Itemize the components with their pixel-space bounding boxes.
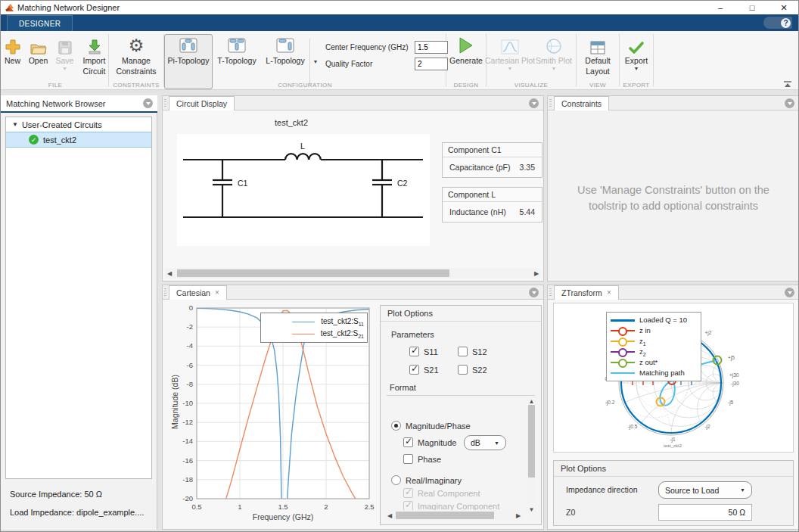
smith-legend[interactable]: Loaded Q = 10 z in z1 z2 z out* xyxy=(606,312,701,381)
export-dropdown-icon[interactable]: ▼ xyxy=(634,66,639,71)
toolstrip: New Open Save ▼ xyxy=(1,31,799,90)
s11-checkbox[interactable] xyxy=(409,347,419,356)
tab-close-icon[interactable]: × xyxy=(215,289,219,297)
panel-drag-handle[interactable] xyxy=(164,99,166,107)
save-button[interactable]: Save ▼ xyxy=(53,35,77,71)
s22-checkbox[interactable] xyxy=(458,365,468,375)
capacitance-value[interactable]: 3.35 xyxy=(520,163,535,172)
tree-group-user-created-circuits[interactable]: ▼ User-Created Circuits xyxy=(6,117,151,132)
options-hscrollbar[interactable]: ◀ ▶ xyxy=(385,510,523,521)
checkbox-phase[interactable]: Phase xyxy=(403,454,441,464)
svg-text:1.5: 1.5 xyxy=(278,502,288,511)
legend-line-s21 xyxy=(292,334,315,334)
magnitude-unit-dropdown[interactable]: dB ▼ xyxy=(464,435,506,450)
window-title: Matching Network Designer xyxy=(17,3,120,12)
smith-plot-dropdown-icon[interactable]: ▼ xyxy=(552,66,557,71)
scroll-thumb[interactable] xyxy=(396,512,494,519)
svg-text:-8: -8 xyxy=(187,380,193,388)
close-icon[interactable]: ✕ xyxy=(768,1,799,14)
circuit-schematic[interactable]: L C1 C2 xyxy=(177,134,430,246)
options-vscrollbar[interactable]: ▲ ▼ xyxy=(527,398,536,513)
generate-button[interactable]: Generate xyxy=(448,35,484,65)
legend-loaded-q: Loaded Q = 10 xyxy=(611,315,697,325)
center-frequency-input[interactable] xyxy=(415,41,448,54)
circuit-hscrollbar[interactable]: ◀ ▶ xyxy=(165,268,541,278)
ztransform-panel-menu-icon[interactable] xyxy=(785,288,794,297)
tab-designer[interactable]: DESIGNER xyxy=(7,15,73,31)
source-impedance-text: Source Impedance: 50 Ω xyxy=(10,490,102,499)
svg-text:-j30: -j30 xyxy=(731,381,739,387)
scroll-right-icon[interactable]: ▶ xyxy=(532,270,541,277)
checkbox-magnitude[interactable]: Magnitude xyxy=(403,437,456,447)
help-button[interactable]: ? xyxy=(763,17,792,29)
legend-line xyxy=(611,351,635,353)
gear-icon: ⚙ xyxy=(129,35,145,54)
radio-real-imaginary[interactable]: Real/Imaginary xyxy=(391,475,462,485)
panel-drag-handle[interactable] xyxy=(549,99,552,107)
zt-plot-options-panel: Plot Options Impedance direction Source … xyxy=(553,460,794,526)
scroll-down-icon[interactable]: ▼ xyxy=(527,506,536,513)
tab-circuit-display[interactable]: Circuit Display xyxy=(169,96,235,110)
checkbox-s11[interactable]: S11 xyxy=(409,347,438,356)
magnitude-phase-radio[interactable] xyxy=(391,421,401,431)
group-label-visualize: VISUALIZE xyxy=(487,82,576,89)
phase-checkbox[interactable] xyxy=(403,454,413,464)
scroll-thumb[interactable] xyxy=(177,269,449,277)
save-dropdown-icon[interactable]: ▼ xyxy=(62,66,67,71)
scroll-up-icon[interactable]: ▲ xyxy=(527,398,536,405)
group-design: Generate DESIGN xyxy=(446,31,486,89)
inductance-label: Inductance (nH) xyxy=(449,207,506,216)
maximize-icon[interactable]: □ xyxy=(736,1,768,14)
plot-legend[interactable]: test_ckt2:S11 test_ckt2:S21 xyxy=(260,313,368,343)
legend-line-s11 xyxy=(292,322,315,322)
l-topology-icon xyxy=(275,37,296,54)
tab-close-icon[interactable]: × xyxy=(607,289,611,297)
scroll-thumb[interactable] xyxy=(528,405,535,478)
svg-text:+j2: +j2 xyxy=(705,330,712,336)
s12-checkbox[interactable] xyxy=(458,347,468,356)
browser-panel-menu-icon[interactable] xyxy=(143,98,153,108)
import-circuit-button[interactable]: Import Circuit xyxy=(79,35,110,76)
checkbox-s21[interactable]: S21 xyxy=(409,365,439,375)
inductance-value[interactable]: 5.44 xyxy=(520,207,535,216)
default-layout-button[interactable]: Default Layout xyxy=(579,35,617,76)
open-button[interactable]: Open xyxy=(26,35,51,65)
checkbox-real-component: Real Component xyxy=(403,488,480,498)
radio-magnitude-phase[interactable]: Magnitude/Phase xyxy=(391,421,471,431)
real-imaginary-radio[interactable] xyxy=(391,475,401,485)
scroll-left-icon[interactable]: ◀ xyxy=(385,512,394,519)
scroll-left-icon[interactable]: ◀ xyxy=(165,270,174,277)
circuit-panel-menu-icon[interactable] xyxy=(529,98,539,108)
impedance-direction-dropdown[interactable]: Source to Load ▼ xyxy=(658,481,752,499)
tab-ztransform[interactable]: ZTransform × xyxy=(554,285,619,300)
smith-plot-button[interactable]: Smith Plot ▼ xyxy=(533,35,574,71)
circuit-tabbar: Circuit Display xyxy=(162,95,544,110)
svg-text:-j5: -j5 xyxy=(728,400,734,406)
component-c1-header: Component C1 xyxy=(443,143,542,157)
topology-gallery-dropdown-icon[interactable]: ▼ xyxy=(309,39,321,85)
s21-checkbox[interactable] xyxy=(409,365,419,375)
tab-constraints[interactable]: Constraints xyxy=(554,96,609,110)
quality-factor-input[interactable] xyxy=(415,58,448,70)
plot-options-title: Plot Options xyxy=(381,306,541,322)
panel-drag-handle[interactable] xyxy=(164,288,166,296)
checkbox-s12[interactable]: S12 xyxy=(458,347,487,356)
expander-icon[interactable]: ▼ xyxy=(12,121,18,128)
z0-input[interactable]: 50 Ω xyxy=(658,504,752,521)
new-button[interactable]: New xyxy=(2,35,24,65)
minimize-icon[interactable]: – xyxy=(704,1,736,14)
magnitude-checkbox[interactable] xyxy=(403,437,413,447)
scroll-right-icon[interactable]: ▶ xyxy=(514,512,523,519)
checkbox-s22[interactable]: S22 xyxy=(458,365,487,375)
collapse-toolstrip-icon[interactable] xyxy=(783,81,792,88)
manage-constraints-button[interactable]: ⚙ Manage Constraints xyxy=(111,35,161,76)
panel-drag-handle[interactable] xyxy=(549,288,552,296)
cartesian-plot-dropdown-icon[interactable]: ▼ xyxy=(508,66,513,71)
constraints-panel-menu-icon[interactable] xyxy=(785,98,794,108)
tree-item-test-ckt2[interactable]: ✓ test_ckt2 xyxy=(6,132,151,148)
cartesian-plot-button[interactable]: Cartesian Plot ▼ xyxy=(488,35,532,71)
circuit-valid-check-icon: ✓ xyxy=(29,135,39,145)
tab-cartesian[interactable]: Cartesian × xyxy=(169,285,227,300)
export-button[interactable]: Export ▼ xyxy=(621,35,651,71)
cartesian-panel-menu-icon[interactable] xyxy=(529,288,539,297)
